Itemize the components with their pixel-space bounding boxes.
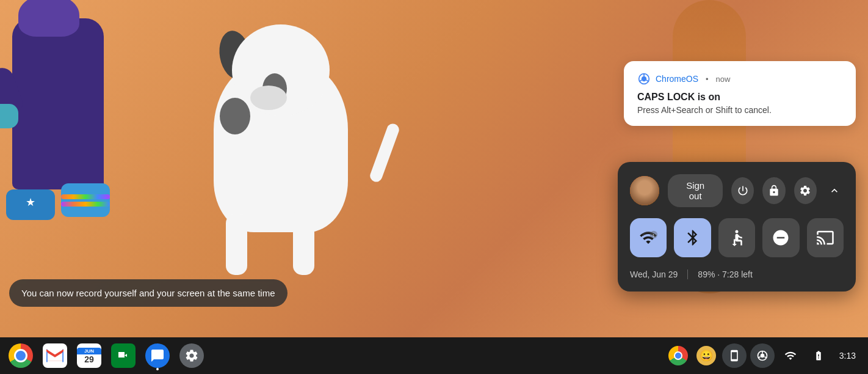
user-avatar[interactable] [630, 176, 659, 205]
date-display: Wed, Jun 29 [630, 270, 678, 279]
taskbar-calendar[interactable]: JUN 29 [73, 340, 105, 372]
clock-display[interactable]: 3:13 [834, 351, 861, 361]
svg-point-7 [736, 230, 739, 233]
chromeos-notification: ChromeOS • now CAPS LOCK is on Press Alt… [624, 61, 856, 126]
character-illustration: ★ [0, 0, 122, 299]
notification-app-name: ChromeOS [656, 74, 698, 84]
dog-illustration [183, 0, 397, 318]
taskbar-apps: JUN 29 [0, 340, 666, 372]
quick-toggles-row: ↑ [630, 218, 844, 257]
taskbar: JUN 29 [0, 337, 868, 374]
tray-emoji-icon[interactable]: 😀 [694, 343, 718, 368]
taskbar-messages[interactable] [142, 340, 173, 372]
taskbar-chrome[interactable] [5, 340, 37, 372]
taskbar-meet[interactable] [107, 340, 139, 372]
notification-title: CAPS LOCK is on [637, 92, 842, 103]
messages-app-icon [145, 343, 170, 368]
svg-text:↑: ↑ [652, 232, 654, 238]
chrome-app-icon [9, 343, 33, 368]
settings-button[interactable] [794, 177, 817, 204]
tray-wifi-icon[interactable] [778, 343, 803, 368]
wifi-toggle[interactable]: ↑ [630, 218, 667, 257]
notification-header: ChromeOS • now [637, 72, 842, 86]
calendar-app-icon: JUN 29 [77, 343, 101, 368]
status-divider [687, 270, 688, 279]
status-row: Wed, Jun 29 89% · 7:28 left [630, 270, 844, 279]
notification-body: Press Alt+Search or Shift to cancel. [637, 105, 842, 115]
tray-chromeos-icon[interactable] [750, 343, 775, 368]
svg-point-1 [642, 76, 646, 81]
dnd-toggle[interactable] [762, 218, 799, 257]
collapse-button[interactable] [825, 180, 844, 202]
gmail-app-icon [43, 343, 67, 368]
toast-notification: You can now record yourself and your scr… [9, 279, 288, 307]
meet-app-icon [111, 343, 136, 368]
notification-time: now [716, 75, 731, 84]
bluetooth-toggle[interactable] [674, 218, 711, 257]
taskbar-system-icons: 😀 [666, 343, 868, 368]
chromeos-logo-icon [637, 72, 651, 86]
power-button[interactable] [731, 177, 754, 204]
svg-line-4 [640, 80, 642, 81]
cast-toggle[interactable] [807, 218, 844, 257]
user-row: Sign out [630, 174, 844, 207]
svg-point-12 [760, 354, 764, 358]
notification-dot: • [706, 75, 709, 84]
taskbar-gmail[interactable] [39, 340, 71, 372]
avatar-image [630, 176, 659, 205]
accessibility-toggle[interactable] [718, 218, 755, 257]
system-tray-panel: Sign out [618, 162, 856, 292]
tray-phone-icon[interactable] [722, 343, 747, 368]
battery-status: 89% · 7:28 left [698, 270, 753, 279]
taskbar-settings[interactable] [176, 340, 208, 372]
tray-chrome-icon[interactable] [666, 343, 690, 368]
svg-line-3 [646, 80, 649, 81]
settings-app-icon [179, 343, 204, 368]
lock-button[interactable] [762, 177, 785, 204]
sign-out-button[interactable]: Sign out [668, 174, 723, 207]
toast-message: You can now record yourself and your scr… [21, 288, 275, 298]
tray-battery-icon [806, 343, 831, 368]
